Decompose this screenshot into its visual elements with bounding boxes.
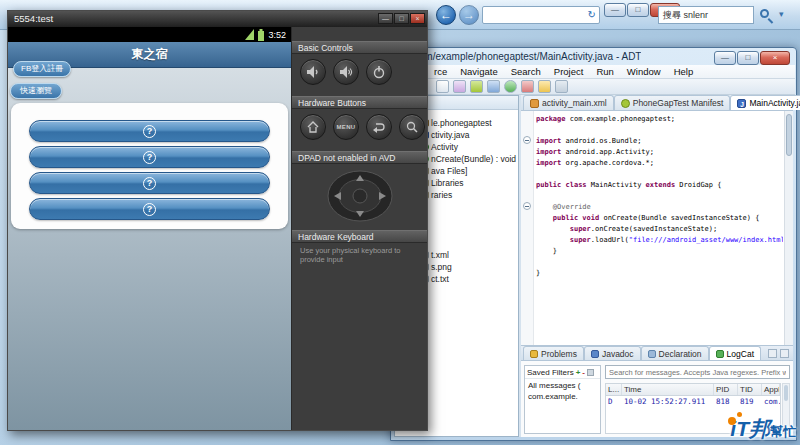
minimize-view-icon[interactable]	[768, 349, 777, 358]
menu-button-2[interactable]: ?	[29, 146, 270, 168]
desktop: ← → ↻ — □ × 搜尋 snlenr ▾ /com/example/pho…	[0, 0, 800, 445]
search-icon	[405, 120, 419, 134]
app-title: 東之宿	[132, 46, 168, 63]
menu-source[interactable]: rce	[434, 66, 447, 77]
emulator-title: 5554:test	[14, 13, 53, 24]
java-editor[interactable]: package com.example.phonegaptest; import…	[521, 111, 793, 345]
column-level[interactable]: L...	[606, 384, 622, 395]
volume-up-button[interactable]	[333, 59, 359, 85]
xml-file-icon	[530, 99, 539, 108]
volume-up-icon	[339, 65, 353, 79]
back-icon: ←	[440, 8, 452, 22]
question-icon: ?	[143, 203, 156, 216]
close-button[interactable]: ×	[760, 51, 790, 65]
minimize-button[interactable]: —	[714, 51, 736, 65]
column-tid[interactable]: TID	[738, 384, 762, 395]
quick-view-button[interactable]: 快速瀏覽	[10, 83, 62, 99]
watermark-text: 幫忙	[770, 424, 796, 439]
save-icon[interactable]	[453, 80, 466, 93]
print-icon[interactable]	[555, 80, 568, 93]
logcat-row[interactable]: D 10-02 15:52:27.911 818 819 com.andro	[606, 396, 780, 408]
menu-hardware-button[interactable]: MENU	[333, 114, 359, 140]
back-button[interactable]	[366, 114, 392, 140]
volume-down-button[interactable]	[300, 59, 326, 85]
search-icon[interactable]	[760, 9, 769, 18]
menu-button-3[interactable]: ?	[29, 172, 270, 194]
dpad-icon[interactable]	[327, 170, 393, 222]
android-sdk-manager-icon[interactable]	[470, 80, 483, 93]
android-manifest-icon	[621, 99, 630, 108]
filter-all-messages[interactable]: All messages (	[525, 379, 600, 390]
forward-icon: →	[463, 8, 475, 22]
menu-run[interactable]: Run	[596, 66, 613, 77]
maximize-button[interactable]: □	[627, 3, 649, 17]
question-icon: ?	[143, 125, 156, 138]
tab-javadoc[interactable]: Javadoc	[584, 346, 641, 360]
column-time[interactable]: Time	[622, 384, 714, 395]
menu-search[interactable]: Search	[511, 66, 541, 77]
saved-filters-label: Saved Filters	[527, 368, 574, 377]
maximize-button[interactable]: □	[737, 51, 759, 65]
home-button[interactable]	[300, 114, 326, 140]
edit-filter-icon[interactable]	[587, 369, 594, 376]
emulator-window: 5554:test — □ × 3:52 東之宿 FB登入註冊 快速瀏覽 ? ?…	[7, 10, 428, 431]
logcat-search-input[interactable]	[605, 365, 790, 379]
editor-gutter[interactable]	[521, 111, 534, 345]
open-resource-icon[interactable]	[538, 80, 551, 93]
menu-button-4[interactable]: ?	[29, 198, 270, 220]
fold-collapse-icon[interactable]	[523, 136, 531, 144]
search-hardware-button[interactable]	[399, 114, 425, 140]
minimize-button[interactable]: —	[378, 13, 393, 24]
javadoc-icon	[591, 350, 599, 358]
address-bar[interactable]: ↻	[482, 6, 600, 24]
tab-logcat[interactable]: LogCat	[709, 346, 761, 360]
signal-icon	[245, 29, 254, 40]
watermark-text: iT邦	[730, 417, 770, 440]
tab-activity-main-xml[interactable]: activity_main.xml	[523, 95, 614, 110]
eclipse-window-title: /com/example/phonegaptest/MainActivity.j…	[411, 51, 641, 62]
column-pid[interactable]: PID	[714, 384, 738, 395]
home-icon	[306, 120, 320, 134]
bottom-tabbar: Problems Javadoc Declaration LogCat	[521, 346, 793, 361]
remove-filter-icon[interactable]: -	[582, 368, 585, 377]
menu-project[interactable]: Project	[554, 66, 584, 77]
minimize-button[interactable]: —	[604, 3, 626, 17]
filter-com-example[interactable]: com.example.	[525, 390, 600, 401]
tab-problems[interactable]: Problems	[523, 346, 584, 360]
avd-manager-icon[interactable]	[487, 80, 500, 93]
editor-scrollbar[interactable]	[784, 111, 793, 345]
power-icon	[372, 65, 386, 79]
close-button[interactable]: ×	[410, 13, 425, 24]
browser-back-button[interactable]: ←	[436, 5, 456, 25]
column-application[interactable]: Application	[762, 384, 780, 395]
menu-window[interactable]: Window	[627, 66, 661, 77]
run-icon[interactable]	[504, 80, 517, 93]
menu-help[interactable]: Help	[674, 66, 694, 77]
tab-declaration[interactable]: Declaration	[641, 346, 709, 360]
fb-login-button[interactable]: FB登入註冊	[13, 61, 71, 77]
browser-search-input[interactable]: 搜尋 snlenr	[658, 6, 754, 24]
search-dropdown-icon[interactable]: ▾	[779, 9, 784, 19]
tab-mainactivity-java[interactable]: J MainActivity.java ×	[730, 95, 800, 110]
battery-icon	[257, 29, 265, 41]
debug-icon[interactable]	[521, 80, 534, 93]
emulator-titlebar[interactable]: 5554:test	[8, 11, 427, 27]
browser-forward-button[interactable]: →	[459, 5, 479, 25]
menu-navigate[interactable]: Navigate	[460, 66, 498, 77]
fold-collapse-icon[interactable]	[523, 202, 531, 210]
power-button[interactable]	[366, 59, 392, 85]
editor-area: activity_main.xml PhoneGapTest Manifest …	[521, 95, 793, 437]
emulator-controls-panel: Basic Controls	[291, 27, 427, 430]
maximize-button[interactable]: □	[394, 13, 409, 24]
logcat-icon	[716, 350, 724, 358]
search-text: 搜尋 snlenr	[663, 10, 708, 20]
tab-phonegaptest-manifest[interactable]: PhoneGapTest Manifest	[614, 95, 731, 110]
eclipse-window-controls: — □ ×	[714, 51, 790, 65]
logcat-header-row: L... Time PID TID Application	[606, 384, 780, 396]
eclipse-window: /com/example/phonegaptest/MainActivity.j…	[390, 47, 797, 441]
refresh-icon[interactable]: ↻	[588, 9, 596, 20]
maximize-view-icon[interactable]	[780, 349, 789, 358]
add-filter-icon[interactable]: +	[576, 368, 581, 377]
new-wizard-icon[interactable]	[436, 80, 449, 93]
menu-button-1[interactable]: ?	[29, 120, 270, 142]
